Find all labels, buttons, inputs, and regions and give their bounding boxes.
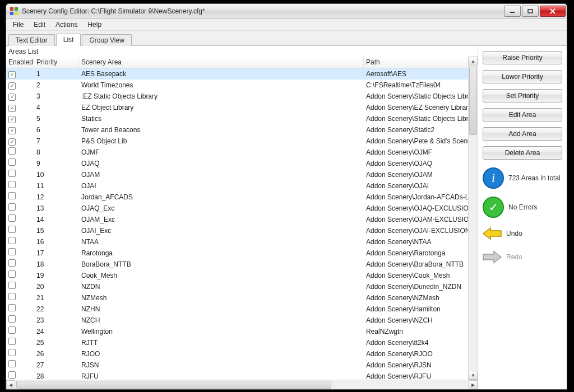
enabled-checkbox[interactable] (8, 147, 16, 155)
scroll-right-icon[interactable]: ▶ (469, 380, 478, 389)
enabled-checkbox[interactable]: ✓ (8, 127, 16, 134)
tab-text-editor[interactable]: Text Editor (8, 34, 55, 46)
enabled-cell (6, 192, 34, 203)
table-row[interactable]: 16NTAAAddon Scenery\NTAA (6, 236, 478, 248)
scroll-left-icon[interactable]: ◀ (6, 380, 15, 389)
priority-cell: 10 (34, 169, 79, 180)
enabled-checkbox[interactable] (8, 270, 16, 278)
maximize-button[interactable] (522, 6, 539, 17)
delete-area-button[interactable]: Delete Area (483, 146, 562, 160)
enabled-checkbox[interactable] (8, 259, 16, 267)
enabled-checkbox[interactable]: ✓ (8, 82, 16, 90)
enabled-checkbox[interactable] (8, 214, 16, 222)
enabled-checkbox[interactable] (8, 349, 16, 356)
table-row[interactable]: 23NZCHAddon Scenery\NZCH (6, 315, 478, 326)
scenery-area-cell: OJAI_Exc (79, 225, 364, 236)
enabled-checkbox[interactable] (8, 315, 16, 323)
enabled-cell (6, 259, 34, 270)
enabled-checkbox[interactable] (8, 158, 16, 166)
raise-priority-button[interactable]: Raise Priority (483, 51, 562, 64)
enabled-checkbox[interactable] (8, 237, 16, 244)
path-cell: Aerosoft\AES (364, 68, 478, 80)
tab-group-view[interactable]: Group View (82, 34, 131, 46)
enabled-checkbox[interactable]: ✓ (8, 94, 16, 101)
menu-edit[interactable]: Edit (29, 20, 51, 30)
path-cell: Addon Scenery\OJAQ-EXCLUSION (364, 203, 478, 214)
tab-list[interactable]: List (56, 34, 81, 46)
menu-help[interactable]: Help (83, 20, 107, 30)
table-row[interactable]: 9OJAQAddon Scenery\OJAQ (6, 158, 478, 169)
table-row[interactable]: 24WellingtonRealNZwgtn (6, 326, 478, 337)
minimize-button[interactable] (504, 6, 521, 17)
hscroll-thumb[interactable] (16, 381, 331, 389)
table-row[interactable]: ✓3:EZ Static Objects LibraryAddon Scener… (6, 91, 478, 102)
areas-grid: Enabled Priority Scenery Area Path ✓1AES… (6, 57, 478, 380)
table-row[interactable]: 19Cook_MeshAddon Scenery\Cook_Mesh (6, 270, 478, 281)
col-enabled[interactable]: Enabled (6, 57, 34, 68)
enabled-checkbox[interactable] (8, 203, 16, 211)
table-row[interactable]: 18BoraBora_NTTBAddon Scenery\BoraBora_NT… (6, 259, 478, 270)
table-row[interactable]: 25RJTTAddon Scenery\tt2k4 (6, 337, 478, 348)
table-row[interactable]: 22NZHNAddon Scenery\Hamilton (6, 304, 478, 315)
enabled-checkbox[interactable]: ✓ (8, 105, 16, 112)
info-icon: i (483, 167, 504, 189)
table-row[interactable]: 20NZDNAddon Scenery\Dunedin_NZDN (6, 281, 478, 292)
menu-file[interactable]: File (8, 20, 29, 30)
table-row[interactable]: ✓7P&S Object LibAddon Scenery\Pete & Sid… (6, 136, 478, 147)
enabled-checkbox[interactable] (8, 371, 16, 379)
table-row[interactable]: 13OJAQ_ExcAddon Scenery\OJAQ-EXCLUSION (6, 203, 478, 214)
enabled-checkbox[interactable]: ✓ (8, 116, 16, 123)
add-area-button[interactable]: Add Area (483, 127, 562, 141)
path-cell: Addon Scenery\Dunedin_NZDN (364, 281, 478, 292)
col-priority[interactable]: Priority (34, 57, 79, 68)
scenery-area-cell: RJSN (79, 360, 364, 371)
scroll-thumb[interactable] (469, 67, 477, 135)
table-row[interactable]: ✓6Tower and BeaconsAddon Scenery\Static2 (6, 124, 478, 136)
table-row[interactable]: 28RJFUAddon Scenery\RJFU (6, 371, 478, 380)
enabled-checkbox[interactable] (8, 170, 16, 177)
table-row[interactable]: ✓5StaticsAddon Scenery\Static Objects Li… (6, 113, 478, 124)
table-row[interactable]: 17RarotongaAddon Scenery\Rarotonga (6, 248, 478, 259)
enabled-checkbox[interactable]: ✓ (8, 71, 16, 78)
enabled-checkbox[interactable] (8, 293, 16, 300)
menu-actions[interactable]: Actions (51, 20, 83, 30)
table-row[interactable]: 8OJMFAddon Scenery\OJMF (6, 147, 478, 158)
col-path[interactable]: Path (364, 57, 478, 68)
table-row[interactable]: 10OJAMAddon Scenery\OJAM (6, 169, 478, 180)
table-row[interactable]: 21NZMeshAddon Scenery\NZMesh (6, 292, 478, 304)
table-row[interactable]: ✓1AES BasepackAerosoft\AES (6, 68, 478, 80)
scroll-up-icon[interactable]: ▲ (469, 57, 478, 66)
lower-priority-button[interactable]: Lower Priority (483, 70, 562, 83)
enabled-checkbox[interactable] (8, 248, 16, 255)
app-window: Scenery Config Editor: C:\Flight Simulat… (6, 3, 567, 390)
table-row[interactable]: 12Jordan_AFCADSAddon Scenery\Jordan-AFCA… (6, 192, 478, 203)
enabled-checkbox[interactable] (8, 181, 16, 188)
enabled-checkbox[interactable] (8, 338, 16, 345)
enabled-checkbox[interactable] (8, 226, 16, 233)
set-priority-button[interactable]: Set Priority (483, 89, 562, 102)
titlebar[interactable]: Scenery Config Editor: C:\Flight Simulat… (6, 4, 567, 19)
table-row[interactable]: 11OJAIAddon Scenery\OJAI (6, 180, 478, 192)
table-row[interactable]: 27RJSNAddon Scenery\RJSN (6, 360, 478, 371)
table-row[interactable]: 26RJOOAddon Scenery\RJOO (6, 348, 478, 360)
content-pane: Areas List Enabled Priority Scenery Area… (6, 46, 567, 389)
undo-row[interactable]: Undo (483, 226, 562, 241)
enabled-cell (6, 270, 34, 281)
scenery-area-cell: OJAQ (79, 158, 364, 169)
col-scenery-area[interactable]: Scenery Area (79, 57, 364, 68)
scroll-down-icon[interactable]: ▼ (469, 371, 478, 380)
edit-area-button[interactable]: Edit Area (483, 108, 562, 122)
vertical-scrollbar[interactable]: ▲ ▼ (468, 57, 478, 380)
enabled-checkbox[interactable] (8, 326, 16, 334)
table-row[interactable]: 15OJAI_ExcAddon Scenery\OJAI-EXCLUSION (6, 225, 478, 236)
table-row[interactable]: 14OJAM_ExcAddon Scenery\OJAM-EXCLUSION (6, 214, 478, 225)
horizontal-scrollbar[interactable]: ◀ ▶ (6, 380, 478, 389)
table-row[interactable]: ✓2World TimezonesC:\FSRealtime\TzFiles04 (6, 80, 478, 91)
enabled-checkbox[interactable] (8, 282, 16, 289)
close-button[interactable] (540, 6, 566, 17)
enabled-checkbox[interactable] (8, 304, 16, 311)
enabled-checkbox[interactable] (8, 360, 16, 367)
table-row[interactable]: ✓4EZ Object LibraryAddon Scenery\EZ Scen… (6, 102, 478, 113)
enabled-checkbox[interactable]: ✓ (8, 138, 16, 146)
enabled-checkbox[interactable] (8, 192, 16, 199)
